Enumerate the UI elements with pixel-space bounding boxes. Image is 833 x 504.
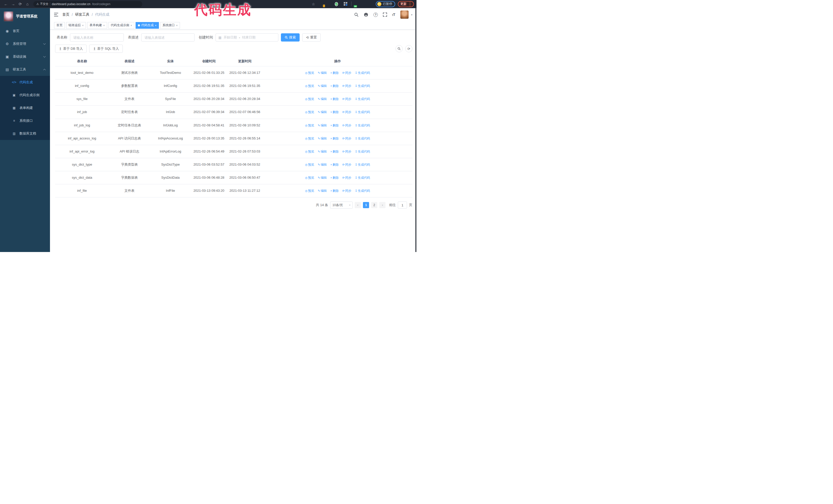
sync-link[interactable]: ⟳同步	[342, 176, 351, 179]
close-icon[interactable]: ×	[82, 24, 84, 27]
delete-link[interactable]: ×删除	[330, 97, 339, 101]
tab-home[interactable]: 首页	[54, 22, 65, 29]
delete-link[interactable]: ×删除	[330, 189, 339, 193]
sync-link[interactable]: ⟳同步	[342, 84, 351, 88]
sync-link[interactable]: ⟳同步	[342, 189, 351, 193]
delete-link[interactable]: ×删除	[330, 124, 339, 127]
chrome-update-button[interactable]: 更新 ⋮⋮	[398, 1, 414, 7]
browser-back-icon[interactable]: ←	[3, 1, 9, 7]
generate-link[interactable]: ↧生成代码	[355, 71, 370, 75]
avatar-caret-icon[interactable]: ▾	[411, 13, 412, 16]
delete-link[interactable]: ×删除	[330, 71, 339, 75]
preview-link[interactable]: ◎预览	[305, 189, 314, 193]
sync-link[interactable]: ⟳同步	[342, 163, 351, 166]
preview-link[interactable]: ◎预览	[305, 71, 314, 75]
delete-link[interactable]: ×删除	[330, 137, 339, 140]
generate-link[interactable]: ↧生成代码	[355, 124, 370, 127]
date-range-picker[interactable]: ▦ 开始日期 - 结束日期	[216, 33, 278, 42]
extensions-puzzle-icon[interactable]	[367, 2, 372, 6]
prev-page-button[interactable]: ‹	[355, 202, 361, 208]
sidebar-item-codegen[interactable]: </> 代码生成	[0, 76, 50, 89]
fullscreen-icon[interactable]	[383, 13, 387, 17]
preview-link[interactable]: ◎预览	[305, 137, 314, 140]
edit-link[interactable]: ✎编辑	[318, 71, 327, 75]
breadcrumb-devtools[interactable]: 研发工具	[75, 12, 90, 17]
sidebar-item-home[interactable]: ◉ 首页	[0, 25, 50, 38]
preview-link[interactable]: ◎预览	[305, 97, 314, 101]
tab-form-builder[interactable]: 表单构建×	[87, 22, 107, 29]
generate-link[interactable]: ↧生成代码	[355, 189, 370, 193]
delete-link[interactable]: ×删除	[330, 176, 339, 179]
edit-link[interactable]: ✎编辑	[318, 84, 327, 88]
browser-forward-icon[interactable]: →	[10, 1, 17, 7]
sidebar-item-system[interactable]: ⚙ 系统管理	[0, 38, 50, 50]
table-desc-input[interactable]	[141, 33, 194, 42]
page-size-select[interactable]: 10条/页 ▾	[330, 201, 353, 209]
reset-button[interactable]: ⟲ 重置	[302, 33, 320, 42]
generate-link[interactable]: ↧生成代码	[355, 97, 370, 101]
preview-link[interactable]: ◎预览	[305, 176, 314, 179]
font-size-icon[interactable]: tT	[392, 13, 395, 17]
tab-codegen[interactable]: 代码生成×	[136, 22, 159, 29]
sync-link[interactable]: ⟳同步	[342, 71, 351, 75]
sidebar-item-system-api[interactable]: ≡ 系统接口	[0, 114, 50, 127]
close-icon[interactable]: ×	[130, 24, 132, 27]
not-secure-warning[interactable]: ⚠ 不安全	[37, 2, 48, 6]
sync-link[interactable]: ⟳同步	[342, 137, 351, 140]
preview-link[interactable]: ◎预览	[305, 84, 314, 88]
help-question-icon[interactable]: ?	[374, 13, 378, 17]
edit-link[interactable]: ✎编辑	[318, 176, 327, 179]
delete-link[interactable]: ×删除	[330, 150, 339, 153]
extension-check-icon[interactable]: ✓	[335, 2, 340, 6]
edit-link[interactable]: ✎编辑	[318, 150, 327, 153]
browser-reload-icon[interactable]: ⟳	[17, 1, 24, 7]
sidebar-item-codegen-demo[interactable]: ▣ 代码生成示例	[0, 89, 50, 101]
edit-link[interactable]: ✎编辑	[318, 189, 327, 193]
tab-codegen-demo[interactable]: 代码生成示例×	[109, 22, 134, 29]
next-page-button[interactable]: ›	[379, 202, 385, 208]
sidebar-item-devtools[interactable]: ▤ 研发工具	[0, 63, 50, 76]
tab-tracing[interactable]: 链路追踪×	[66, 22, 86, 29]
tab-system-api[interactable]: 系统接口×	[160, 22, 180, 29]
sync-link[interactable]: ⟳同步	[342, 150, 351, 153]
sidebar-item-infra[interactable]: ▣ 基础设施	[0, 50, 50, 63]
user-avatar[interactable]	[400, 10, 408, 19]
delete-link[interactable]: ×删除	[330, 84, 339, 88]
import-db-button[interactable]: ↥ 基于 DB 导入	[55, 45, 87, 53]
sync-link[interactable]: ⟳同步	[342, 124, 351, 127]
profile-paused-badge[interactable]: 已暂停	[376, 1, 395, 7]
page-2-button[interactable]: 2	[371, 202, 377, 208]
edit-link[interactable]: ✎编辑	[318, 124, 327, 127]
extension-orange-icon[interactable]: 1	[319, 2, 324, 6]
import-sql-button[interactable]: ↥ 基于 SQL 导入	[89, 45, 123, 53]
generate-link[interactable]: ↧生成代码	[355, 176, 370, 179]
extension-diamond-icon[interactable]	[327, 2, 332, 6]
close-icon[interactable]: ×	[103, 24, 104, 27]
extension-green-icon[interactable]	[359, 2, 364, 6]
sync-link[interactable]: ⟳同步	[342, 110, 351, 114]
address-bar[interactable]: ⚠ 不安全 dashboard.yudao.iocoder.cn/tool/co…	[33, 1, 142, 7]
edit-link[interactable]: ✎编辑	[318, 163, 327, 166]
preview-link[interactable]: ◎预览	[305, 124, 314, 127]
delete-link[interactable]: ×删除	[330, 163, 339, 166]
sidebar-item-form-builder[interactable]: ▦ 表单构建	[0, 101, 50, 114]
goto-page-input[interactable]	[398, 201, 407, 209]
close-icon[interactable]: ×	[176, 24, 177, 27]
generate-link[interactable]: ↧生成代码	[355, 84, 370, 88]
generate-link[interactable]: ↧生成代码	[355, 137, 370, 140]
edit-link[interactable]: ✎编辑	[318, 110, 327, 114]
generate-link[interactable]: ↧生成代码	[355, 110, 370, 114]
preview-link[interactable]: ◎预览	[305, 163, 314, 166]
page-scrollbar[interactable]	[415, 8, 416, 252]
github-icon[interactable]	[364, 12, 368, 17]
generate-link[interactable]: ↧生成代码	[355, 150, 370, 153]
table-name-input[interactable]	[70, 33, 124, 42]
search-button[interactable]: 搜索	[281, 33, 300, 42]
preview-link[interactable]: ◎预览	[305, 150, 314, 153]
toggle-search-button[interactable]	[396, 45, 403, 52]
browser-home-icon[interactable]: ⌂	[24, 1, 31, 7]
bookmark-star-icon[interactable]: ☆	[312, 2, 315, 6]
refresh-button[interactable]: ⟳	[405, 45, 412, 52]
sidebar-item-db-doc[interactable]: ▥ 数据库文档	[0, 127, 50, 140]
delete-link[interactable]: ×删除	[330, 110, 339, 114]
